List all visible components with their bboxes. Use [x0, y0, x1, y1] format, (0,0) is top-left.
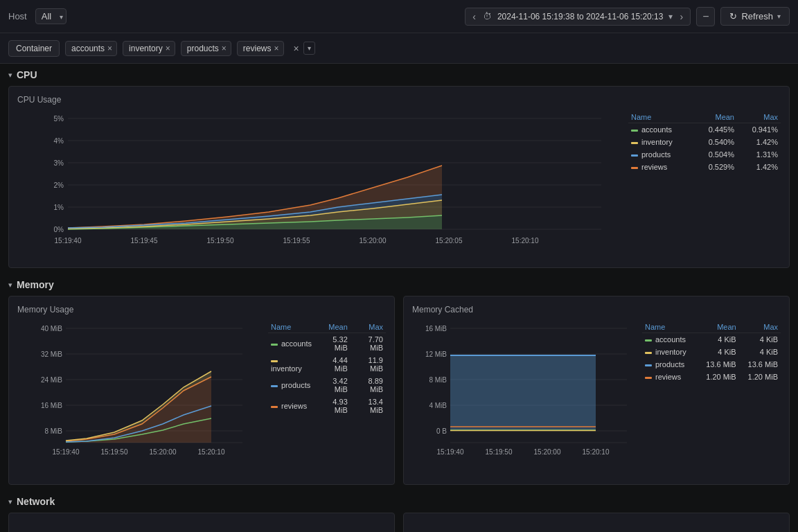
- network-section-header[interactable]: ▾ Network: [8, 496, 790, 507]
- cpu-chevron-icon: ▾: [8, 71, 12, 80]
- filter-tag-reviews-close[interactable]: ×: [274, 44, 279, 53]
- mem-usage-legend-max-header: Max: [351, 321, 386, 333]
- mem-cached-products-max: 13.6 MiB: [739, 358, 781, 371]
- filter-tag-inventory: inventory ×: [123, 41, 175, 56]
- svg-rect-56: [450, 355, 596, 356]
- mem-usage-reviews-mean: 4.93 MiB: [315, 396, 351, 416]
- mem-products-dot: [271, 385, 278, 387]
- cpu-legend-products-mean: 0.504%: [693, 148, 737, 161]
- mem-cached-legend-name-header: Name: [642, 321, 697, 333]
- time-next-button[interactable]: ›: [678, 11, 684, 22]
- svg-text:16 MiB: 16 MiB: [425, 325, 447, 332]
- svg-text:16 MiB: 16 MiB: [41, 402, 62, 409]
- mem-cached-legend-row-inventory: inventory 4 KiB 4 KiB: [642, 346, 781, 358]
- svg-text:32 MiB: 32 MiB: [41, 351, 62, 358]
- mem-usage-legend-row-products: products 3.42 MiB 8.89 MiB: [268, 375, 386, 396]
- cpu-legend-row-inventory: inventory 0.540% 1.42%: [628, 136, 781, 148]
- filter-tag-accounts: accounts ×: [65, 41, 117, 56]
- mem-usage-legend-row-inventory: inventory 4.44 MiB 11.9 MiB: [268, 354, 386, 375]
- memory-usage-panel: Memory Usage 40 MiB: [8, 296, 395, 485]
- svg-text:15:19:45: 15:19:45: [131, 237, 158, 245]
- mem-usage-reviews-name: reviews: [268, 396, 315, 416]
- mem-cached-legend-row-accounts: accounts 4 KiB 4 KiB: [642, 333, 781, 346]
- cpu-legend-reviews-name: reviews: [628, 161, 693, 173]
- cpu-panel: CPU Usage 5% 4% 3% 2: [8, 86, 790, 268]
- header-right: ‹ ⏱ 2024-11-06 15:19:38 to 2024-11-06 15…: [465, 7, 790, 26]
- memory-cached-chart-container: 16 MiB 12 MiB 8 MiB 4 MiB 0 B 15:19:40 1…: [412, 321, 634, 476]
- network-chevron-icon: ▾: [8, 497, 12, 506]
- reviews-color-dot: [631, 167, 638, 169]
- cpu-legend-max-header: Max: [737, 112, 781, 123]
- filter-controls: × ▾: [291, 42, 315, 55]
- mem-usage-products-mean: 3.42 MiB: [315, 375, 351, 396]
- mem-cached-inventory-max: 4 KiB: [739, 346, 781, 358]
- filter-dropdown-toggle[interactable]: ▾: [303, 42, 315, 55]
- svg-text:8 MiB: 8 MiB: [44, 427, 62, 435]
- svg-text:15:19:55: 15:19:55: [283, 237, 310, 245]
- mem-cached-products-name: products: [642, 358, 697, 371]
- host-select-wrapper[interactable]: All: [35, 8, 66, 24]
- svg-text:15:19:40: 15:19:40: [53, 448, 80, 456]
- svg-text:8 MiB: 8 MiB: [429, 376, 447, 384]
- mem-cached-reviews-name: reviews: [642, 371, 697, 383]
- mem-usage-products-name: products: [268, 375, 315, 396]
- svg-text:0%: 0%: [54, 226, 64, 233]
- refresh-label: Refresh: [741, 11, 773, 21]
- filter-tag-inventory-close[interactable]: ×: [166, 44, 170, 53]
- memory-section-title: Memory: [17, 279, 54, 290]
- filter-tag-accounts-label: accounts: [71, 44, 105, 53]
- svg-text:15:20:10: 15:20:10: [198, 448, 225, 456]
- mem-usage-inventory-max: 11.9 MiB: [351, 354, 386, 375]
- filter-clear-all-button[interactable]: ×: [291, 42, 302, 55]
- cpu-legend-products-max: 1.31%: [737, 148, 781, 161]
- svg-text:15:19:50: 15:19:50: [207, 237, 234, 245]
- cpu-chart-area: 5% 4% 3% 2% 1% 0% 15:19:40 15:19:45 15:1…: [17, 112, 781, 259]
- refresh-button[interactable]: ↻ Refresh ▾: [720, 7, 790, 26]
- mem-cached-inventory-name: inventory: [642, 346, 697, 358]
- memory-section: ▾ Memory Memory Usage: [0, 274, 798, 490]
- mem-usage-legend-mean-header: Mean: [315, 321, 351, 333]
- cpu-legend-mean-header: Mean: [693, 112, 737, 123]
- time-range-text: 2024-11-06 15:19:38 to 2024-11-06 15:20:…: [497, 12, 664, 21]
- mem-cached-reviews-mean: 1.20 MiB: [697, 371, 738, 383]
- memory-usage-content: 40 MiB 32 MiB 24 MiB 16 MiB 8 MiB 15:19:…: [17, 321, 386, 476]
- cached-products-dot: [645, 364, 652, 366]
- filter-tag-products-label: products: [187, 44, 219, 53]
- svg-marker-55: [450, 355, 596, 431]
- filter-tag-products-close[interactable]: ×: [222, 44, 227, 53]
- container-button[interactable]: Container: [8, 40, 60, 57]
- host-select[interactable]: All: [35, 8, 66, 24]
- cpu-section: ▾ CPU CPU Usage 5% 4%: [0, 64, 798, 274]
- header-left: Host All: [8, 8, 66, 24]
- filter-tag-accounts-close[interactable]: ×: [107, 44, 112, 53]
- mem-cached-legend-mean-header: Mean: [697, 321, 738, 333]
- svg-text:15:20:00: 15:20:00: [534, 448, 561, 456]
- mem-cached-accounts-name: accounts: [642, 333, 697, 346]
- refresh-icon: ↻: [729, 11, 737, 21]
- cpu-section-header[interactable]: ▾ CPU: [8, 69, 790, 80]
- mem-usage-legend-row-reviews: reviews 4.93 MiB 13.4 MiB: [268, 396, 386, 416]
- memory-section-header[interactable]: ▾ Memory: [8, 279, 790, 290]
- mem-cached-inventory-mean: 4 KiB: [697, 346, 738, 358]
- svg-text:4%: 4%: [54, 137, 64, 145]
- time-dropdown-button[interactable]: ▾: [668, 12, 673, 21]
- memory-cached-content: 16 MiB 12 MiB 8 MiB 4 MiB 0 B 15:19:40 1…: [412, 321, 781, 476]
- svg-text:0 B: 0 B: [436, 427, 447, 435]
- network-section-title: Network: [17, 496, 55, 507]
- cpu-panel-title: CPU Usage: [17, 95, 781, 105]
- svg-text:15:19:50: 15:19:50: [486, 448, 513, 456]
- mem-usage-accounts-name: accounts: [268, 333, 315, 355]
- svg-text:40 MiB: 40 MiB: [41, 325, 62, 332]
- memory-usage-legend-table: Name Mean Max accounts 5: [268, 321, 386, 416]
- clock-icon: ⏱: [483, 11, 492, 21]
- memory-usage-chart-container: 40 MiB 32 MiB 24 MiB 16 MiB 8 MiB 15:19:…: [17, 321, 260, 476]
- svg-text:15:20:00: 15:20:00: [150, 448, 177, 456]
- cpu-legend-products-name: products: [628, 148, 693, 161]
- main-content: ▾ CPU CPU Usage 5% 4%: [0, 64, 798, 532]
- svg-text:24 MiB: 24 MiB: [41, 376, 62, 384]
- mem-cached-legend-row-products: products 13.6 MiB 13.6 MiB: [642, 358, 781, 371]
- time-prev-button[interactable]: ‹: [471, 11, 477, 22]
- zoom-out-button[interactable]: −: [696, 7, 715, 26]
- memory-cached-title: Memory Cached: [412, 305, 781, 314]
- mem-usage-legend-name-header: Name: [268, 321, 315, 333]
